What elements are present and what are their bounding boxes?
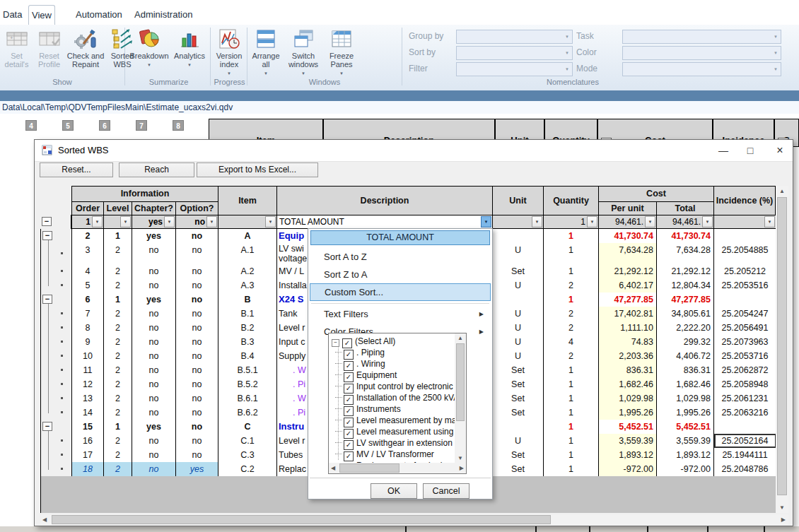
- filter-cell-description[interactable]: TOTAL AMOUNT▼: [276, 215, 493, 229]
- cell-total[interactable]: 1,029.98: [657, 391, 714, 406]
- cell-chapter[interactable]: no: [132, 462, 176, 476]
- filter-cell-order[interactable]: 1▼: [71, 215, 104, 229]
- cell-level[interactable]: 2: [104, 434, 132, 448]
- cell-item[interactable]: B.3: [218, 335, 277, 349]
- cell-option[interactable]: no: [176, 278, 218, 292]
- cell-unit[interactable]: [493, 229, 544, 243]
- cell-quantity[interactable]: 1: [544, 420, 599, 434]
- cell-incidence[interactable]: 25.2056491: [714, 321, 776, 335]
- cell-quantity[interactable]: 4: [544, 335, 599, 349]
- filter-cell-unit[interactable]: ▼: [492, 215, 544, 229]
- cell-option[interactable]: no: [176, 264, 218, 278]
- scrollbar-thumb[interactable]: [777, 197, 787, 495]
- cell-option[interactable]: no: [176, 229, 218, 243]
- filter-checklist-item[interactable]: ✓Level measurement using ra: [329, 426, 455, 437]
- cell-quantity[interactable]: 2: [544, 321, 599, 335]
- listbox-horizontal-scrollbar[interactable]: ◀ ▶: [329, 463, 466, 473]
- cell-total[interactable]: 21,292.12: [657, 264, 714, 278]
- cell-level[interactable]: 2: [104, 307, 132, 321]
- arrange-all-button[interactable]: Arrange all ▼: [249, 28, 283, 77]
- cell-option[interactable]: no: [176, 292, 218, 307]
- cell-total[interactable]: 47,277.85: [657, 292, 714, 307]
- cell-incidence[interactable]: 25.2061231: [714, 391, 776, 406]
- scrollbar-thumb[interactable]: [339, 463, 400, 473]
- cell-option[interactable]: yes: [176, 462, 218, 476]
- cell-item[interactable]: B.2: [218, 321, 277, 335]
- cell-quantity[interactable]: 2: [544, 278, 599, 292]
- cell-per-unit[interactable]: 21,292.12: [599, 264, 657, 278]
- filter-cell-quantity[interactable]: 1▼: [543, 215, 599, 229]
- horizontal-scrollbar[interactable]: ◀ ▶: [40, 514, 788, 525]
- cell-quantity[interactable]: 1: [544, 406, 599, 420]
- cell-quantity[interactable]: 1: [544, 229, 599, 243]
- cell-level[interactable]: 1: [104, 292, 132, 307]
- reset-profile-button[interactable]: Reset Profile: [33, 28, 65, 77]
- cell-total[interactable]: 1,995.26: [657, 406, 714, 420]
- cell-order[interactable]: 11: [72, 363, 104, 377]
- cell-order[interactable]: 3: [72, 243, 104, 264]
- cell-incidence[interactable]: [714, 420, 776, 434]
- filter-checklist-item[interactable]: ✓. Piping: [329, 347, 455, 358]
- cell-total[interactable]: 2,222.20: [657, 321, 714, 335]
- filter-dropdown-icon[interactable]: ▼: [702, 216, 713, 227]
- collapse-all-expander[interactable]: −: [42, 217, 52, 226]
- cell-unit[interactable]: Set: [493, 377, 544, 391]
- cell-level[interactable]: 2: [104, 377, 132, 391]
- filter-dropdown-icon[interactable]: ▼: [532, 216, 542, 227]
- filter-cell-chapter[interactable]: yes▼: [132, 215, 176, 229]
- cell-unit[interactable]: U: [493, 307, 544, 321]
- cell-incidence[interactable]: 25.2048786: [714, 462, 776, 476]
- vertical-scrollbar[interactable]: ▲ ▼: [776, 186, 788, 513]
- cell-incidence[interactable]: 25.1944111: [714, 448, 776, 462]
- cell-order[interactable]: 15: [72, 420, 104, 434]
- cell-incidence[interactable]: 25.2062872: [714, 363, 776, 377]
- menu-item-text-filters[interactable]: Text Filters▶: [310, 305, 491, 323]
- cell-quantity[interactable]: 1: [544, 264, 599, 278]
- cell-incidence[interactable]: [714, 292, 776, 307]
- cell-per-unit[interactable]: 1,111.10: [599, 321, 657, 335]
- cell-order[interactable]: 13: [72, 391, 104, 406]
- cell-total[interactable]: 836.31: [657, 363, 714, 377]
- filter-cell-incidence[interactable]: ▼: [713, 215, 776, 229]
- cell-incidence[interactable]: 25.2053716: [714, 349, 776, 363]
- cell-item[interactable]: B.6.1: [218, 391, 277, 406]
- cell-total[interactable]: 299.32: [657, 335, 714, 349]
- cell-per-unit[interactable]: 1,682.46: [599, 377, 657, 391]
- cell-order[interactable]: 10: [72, 349, 104, 363]
- cell-order[interactable]: 4: [72, 264, 104, 278]
- filter-checklist-item[interactable]: ✓. Wiring: [329, 358, 455, 370]
- cell-chapter[interactable]: no: [132, 243, 176, 264]
- cell-item[interactable]: B.5.1: [218, 363, 277, 377]
- cell-quantity[interactable]: 1: [544, 292, 599, 307]
- color-combo[interactable]: ▼: [622, 46, 781, 60]
- cell-chapter[interactable]: no: [132, 307, 176, 321]
- cell-chapter[interactable]: yes: [132, 292, 176, 307]
- cell-total[interactable]: 3,559.39: [657, 434, 714, 448]
- cell-order[interactable]: 17: [72, 448, 104, 462]
- check-and-repaint-button[interactable]: Check and Repaint: [66, 28, 105, 77]
- cell-unit[interactable]: Set: [493, 448, 544, 462]
- cell-total[interactable]: 12,804.34: [657, 278, 714, 292]
- cell-item[interactable]: B.1: [218, 307, 277, 321]
- cell-quantity[interactable]: 2: [544, 349, 599, 363]
- cell-chapter[interactable]: no: [132, 321, 176, 335]
- breakdown-button[interactable]: Breakdown ▼: [129, 28, 170, 77]
- cell-unit[interactable]: [493, 420, 544, 434]
- cell-per-unit[interactable]: 836.31: [599, 363, 657, 377]
- cell-chapter[interactable]: no: [132, 278, 176, 292]
- filter-cell-total[interactable]: 94,461.▼: [656, 215, 714, 229]
- cell-option[interactable]: no: [176, 448, 218, 462]
- cell-item[interactable]: B.6.2: [218, 406, 277, 420]
- column-marker[interactable]: 4: [25, 120, 37, 131]
- scroll-down-icon[interactable]: ▼: [455, 455, 466, 461]
- menu-item-sort-a-to-z[interactable]: Sort A to Z: [310, 248, 491, 266]
- sort-by-combo[interactable]: ▼: [456, 46, 573, 60]
- filter-checklist-item[interactable]: ✓MV / LV Transformer: [329, 449, 455, 460]
- cell-item[interactable]: A.2: [218, 264, 277, 278]
- cell-unit[interactable]: Set: [493, 406, 544, 420]
- cell-chapter[interactable]: yes: [132, 420, 176, 434]
- cell-option[interactable]: no: [176, 335, 218, 349]
- reset-button[interactable]: Reset...: [40, 162, 113, 177]
- filter-dropdown-icon[interactable]: ▼: [764, 216, 775, 227]
- chapter-expander[interactable]: −: [42, 295, 52, 304]
